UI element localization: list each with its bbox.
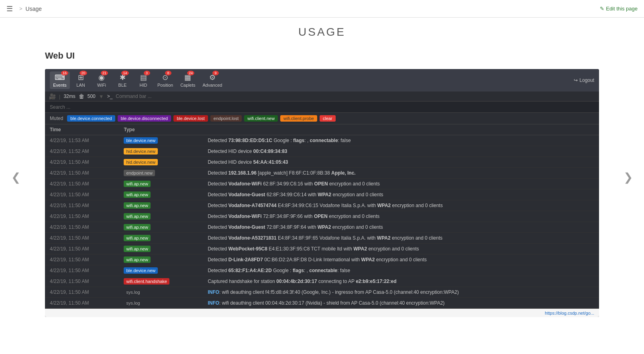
logout-icon: ↪ <box>574 77 578 83</box>
event-type-tag[interactable]: sys.log <box>124 300 142 306</box>
nav-prev-arrow[interactable]: ❮ <box>8 167 24 187</box>
cell-detail: Detected D-Link-2A8FD7 0C:B6:D2:2A:8F:D8… <box>203 254 599 265</box>
ble-icon: ✱14 <box>120 73 126 82</box>
latency-display: 32ms <box>63 94 75 99</box>
table-row: 4/22/19, 11:50 AMwifi.ap.newDetected Vod… <box>45 211 599 222</box>
cell-time: 4/22/19, 11:52 AM <box>45 146 119 157</box>
muted-tag-ble-disconnected[interactable]: ble.device.disconnected <box>118 115 171 122</box>
table-row: 4/22/19, 11:50 AMsys.logINFO: wifi deaut… <box>45 287 599 298</box>
toolbar-ble[interactable]: ✱14 BLE <box>112 71 132 89</box>
toolbar-events[interactable]: ⌨16 Events <box>50 71 70 89</box>
event-type-tag[interactable]: wifi.ap.new <box>124 191 150 198</box>
muted-label: Muted <box>50 116 63 121</box>
muted-tag-ble-lost[interactable]: ble.device.lost <box>173 115 208 122</box>
event-type-tag[interactable]: wifi.ap.new <box>124 213 150 220</box>
top-nav: ☰ > Usage ✎ Edit this page <box>0 0 644 18</box>
packet-count: 500 <box>88 94 96 99</box>
page-title: USAGE <box>45 26 599 39</box>
event-type-tag[interactable]: hid.device.new <box>124 148 158 155</box>
cell-detail: Detected Vodafone-A74574744 E4:8F:34:99:… <box>203 200 599 211</box>
lan-icon: ⊞20 <box>78 73 84 82</box>
cell-type: ble.device.new <box>119 135 203 146</box>
menu-icon[interactable]: ☰ <box>6 4 13 13</box>
event-type-tag[interactable]: wifi.client.handshake <box>124 278 169 285</box>
cell-time: 4/22/19, 11:50 AM <box>45 244 119 254</box>
cell-type: wifi.ap.new <box>119 244 203 254</box>
search-bar <box>45 102 599 113</box>
cell-type: hid.device.new <box>119 157 203 168</box>
toolbar-caplets[interactable]: ▦24 Caplets <box>177 71 198 89</box>
table-row: 4/22/19, 11:50 AMwifi.ap.newDetected Web… <box>45 244 599 254</box>
nav-next-arrow[interactable]: ❯ <box>620 167 636 187</box>
cell-type: sys.log <box>119 287 203 298</box>
cell-time: 4/22/19, 11:50 AM <box>45 265 119 276</box>
cell-time: 4/22/19, 11:50 AM <box>45 287 119 298</box>
toolbar-wifi[interactable]: ◉21 WiFi <box>92 71 112 89</box>
cell-detail: Detected HID device 00:C4:89:34:83 <box>203 146 599 157</box>
muted-tag-ble-connected[interactable]: ble.device.connected <box>67 115 115 122</box>
caplets-icon: ▦24 <box>184 73 191 82</box>
event-type-tag[interactable]: wifi.ap.new <box>124 246 150 252</box>
cell-detail: Detected 73:98:8D:ED:D5:1C Google : flag… <box>203 135 599 146</box>
event-type-tag[interactable]: ble.device.new <box>124 137 158 144</box>
command-input[interactable] <box>116 94 595 99</box>
table-row: 4/22/19, 11:50 AMhid.device.newDetected … <box>45 157 599 168</box>
logout-button[interactable]: ↪ Logout <box>574 77 594 83</box>
cell-detail: Detected HID device 54:AA:41:05:43 <box>203 157 599 168</box>
section-title: Web UI <box>45 51 599 61</box>
position-badge: 8 <box>165 71 171 75</box>
cell-time: 4/22/19, 11:50 AM <box>45 211 119 222</box>
trash-icon[interactable]: 🗑 <box>79 93 84 100</box>
search-input[interactable] <box>50 104 594 110</box>
cell-type: endpoint.new <box>119 168 203 179</box>
edit-page-button[interactable]: ✎ Edit this page <box>600 6 638 12</box>
events-badge: 16 <box>61 71 68 75</box>
event-type-tag[interactable]: hid.device.new <box>124 159 158 165</box>
col-time: Time <box>45 124 119 135</box>
table-row: 4/22/19, 11:50 AMble.device.newDetected … <box>45 265 599 276</box>
col-type: Type <box>119 124 203 135</box>
event-type-tag[interactable]: wifi.ap.new <box>124 181 150 187</box>
lan-label: LAN <box>76 83 85 87</box>
table-row: 4/22/19, 11:50 AMwifi.client.handshakeCa… <box>45 276 599 287</box>
cell-type: wifi.ap.new <box>119 189 203 200</box>
table-row: 4/22/19, 11:50 AMwifi.ap.newDetected Vod… <box>45 189 599 200</box>
cell-detail: INFO: wifi deauthing client 00:04:4b:2d:… <box>203 298 599 309</box>
cell-type: ble.device.new <box>119 265 203 276</box>
event-type-tag[interactable]: ble.device.new <box>124 267 158 274</box>
cell-detail: Detected WebPocket-95C8 E4:E1:30:3F:95:C… <box>203 244 599 254</box>
cell-type: wifi.ap.new <box>119 254 203 265</box>
events-icon: ⌨16 <box>55 73 65 82</box>
muted-tag-wifi-client-new[interactable]: wifi.client.new <box>244 115 278 122</box>
lan-badge: 20 <box>79 71 87 75</box>
cell-detail: Detected Vodafone-A53271831 E4:8F:34:8F:… <box>203 233 599 244</box>
toolbar-lan[interactable]: ⊞20 LAN <box>71 71 91 89</box>
event-type-tag[interactable]: wifi.ap.new <box>124 256 150 263</box>
cell-detail: Detected Vodafone-Guest 62:8F:34:99:C6:1… <box>203 189 599 200</box>
muted-tag-wifi-client-probe[interactable]: wifi.client.probe <box>280 115 317 122</box>
table-row: 4/22/19, 11:53 AMble.device.newDetected … <box>45 135 599 146</box>
cell-type: wifi.ap.new <box>119 179 203 189</box>
event-type-tag[interactable]: wifi.ap.new <box>124 235 150 241</box>
edit-icon: ✎ <box>600 6 604 12</box>
event-type-tag[interactable]: wifi.ap.new <box>124 202 150 209</box>
cell-time: 4/22/19, 11:50 AM <box>45 200 119 211</box>
muted-tag-clear[interactable]: clear <box>320 115 336 122</box>
event-type-tag[interactable]: endpoint.new <box>124 170 155 176</box>
hid-badge: 3 <box>144 71 150 75</box>
url-bar: https://blog.csdp.net/go... <box>45 309 599 317</box>
cell-detail: Detected 192.168.1.96 [apple_watch] F8:6… <box>203 168 599 179</box>
cell-time: 4/22/19, 11:50 AM <box>45 157 119 168</box>
cell-detail: Detected Vodafone-Guest 72:8F:34:8F:9F:6… <box>203 222 599 233</box>
toolbar-hid[interactable]: ▤3 HID <box>133 71 153 89</box>
muted-tag-endpoint-lost[interactable]: endpoint.lost <box>210 115 242 122</box>
table-row: 4/22/19, 11:52 AMhid.device.newDetected … <box>45 146 599 157</box>
event-type-tag[interactable]: sys.log <box>124 289 142 295</box>
ble-label: BLE <box>118 83 127 87</box>
toolbar-position[interactable]: ⊙8 Position <box>154 71 176 89</box>
event-type-tag[interactable]: wifi.ap.new <box>124 224 150 230</box>
toolbar-advanced[interactable]: ⚙9 Advanced <box>199 71 225 89</box>
cell-type: wifi.ap.new <box>119 222 203 233</box>
cmd-separator-2: ▼ <box>99 94 104 100</box>
advanced-badge: 9 <box>212 71 219 75</box>
